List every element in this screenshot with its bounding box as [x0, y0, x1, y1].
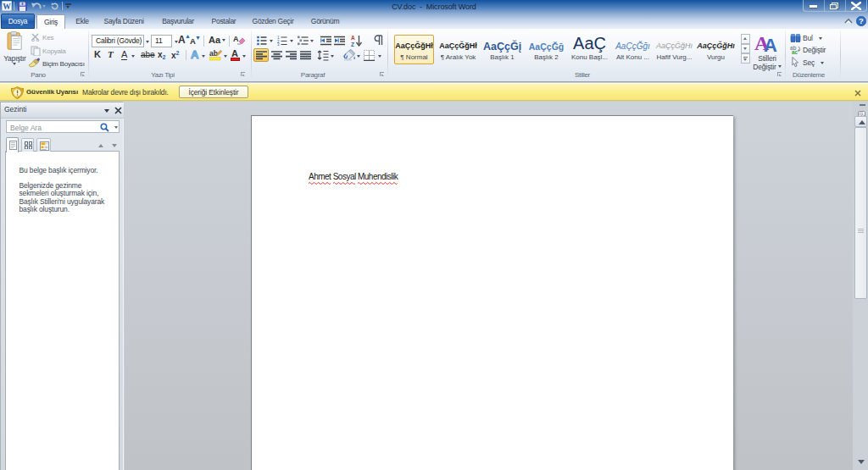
svg-text:A: A: [764, 35, 777, 53]
svg-text:?: ?: [859, 16, 864, 25]
svg-text:Z: Z: [351, 41, 354, 47]
svg-text:A: A: [233, 35, 239, 43]
svg-text:W: W: [3, 3, 11, 11]
svg-text:ac: ac: [792, 49, 798, 54]
svg-text:ab: ab: [209, 49, 218, 58]
svg-text:A: A: [351, 35, 355, 41]
svg-text:3: 3: [277, 42, 280, 46]
